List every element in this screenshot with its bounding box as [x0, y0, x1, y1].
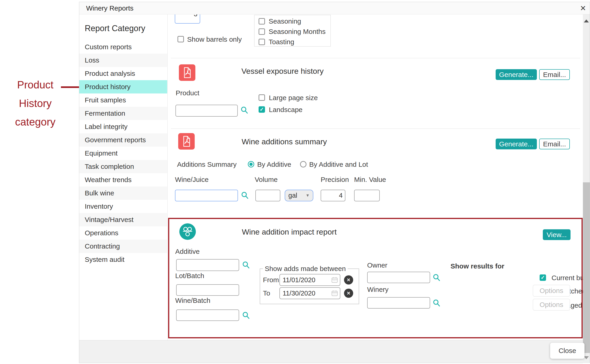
annotation-product-history-category: Product History category — [1, 76, 69, 131]
sidebar-item-bulk-wine[interactable]: Bulk wine — [79, 187, 167, 200]
additions-email-button[interactable]: Email... — [539, 139, 570, 149]
scroll-down-arrow-icon[interactable] — [584, 356, 589, 359]
current-bulk-wine-checkbox[interactable]: ✓ — [540, 274, 546, 281]
to-date-field — [279, 287, 340, 299]
packaged-options-button[interactable]: Options — [533, 299, 570, 311]
sidebar-item-custom-reports[interactable]: Custom reports — [79, 40, 167, 54]
sidebar-item-government-reports[interactable]: Government reports — [79, 133, 167, 147]
dialog-footer — [79, 340, 590, 363]
section-divider — [171, 58, 580, 58]
by-additive-label: By Additive — [257, 161, 291, 168]
wine-batch-input[interactable] — [176, 310, 239, 321]
show-barrels-checkbox[interactable] — [177, 36, 184, 42]
sidebar-item-fruit-samples[interactable]: Fruit samples — [79, 93, 167, 107]
precision-input[interactable] — [321, 190, 345, 201]
additive-cluster-glyph — [179, 223, 196, 240]
sidebar-item-loss[interactable]: Loss — [79, 54, 167, 67]
wine-batch-search-icon[interactable] — [242, 311, 250, 319]
winery-reports-dialog: Winery Reports ✕ Report Category Custom … — [79, 2, 590, 363]
pdf-report-icon — [178, 133, 195, 150]
sidebar-item-contracting[interactable]: Contracting — [79, 240, 167, 253]
sidebar-item-operations[interactable]: Operations — [79, 226, 167, 240]
owner-search-icon[interactable] — [432, 273, 441, 282]
from-date-row: From ✕ — [263, 274, 356, 286]
seasoning-checkbox[interactable] — [259, 18, 265, 25]
impact-view-button[interactable]: View... — [543, 229, 571, 240]
reports-scroll-area: Show barrels only Seasoning Seasoning Mo… — [168, 14, 583, 341]
date-range-legend: Show adds made between — [263, 265, 348, 273]
product-search-input[interactable] — [175, 105, 238, 117]
wine-juice-search-input[interactable] — [175, 190, 238, 201]
option-row-seasoning: Seasoning — [254, 16, 331, 26]
pdf-document-glyph — [178, 133, 195, 150]
vessel-exposure-title: Vessel exposure history — [241, 67, 324, 76]
sidebar-item-task-completion[interactable]: Task completion — [79, 160, 167, 173]
current-bulk-wine-label: Current bulk wine — [551, 274, 583, 282]
sidebar-item-inventory[interactable]: Inventory — [79, 200, 167, 213]
toasting-label: Toasting — [269, 38, 294, 46]
large-page-size-checkbox[interactable] — [259, 94, 265, 101]
sidebar-item-system-audit[interactable]: System audit — [79, 253, 167, 266]
sidebar-item-vintage-harvest[interactable]: Vintage/Harvest — [79, 213, 167, 226]
volume-input[interactable] — [255, 190, 280, 201]
vessel-generate-button[interactable]: Generate... — [496, 69, 537, 80]
min-value-input[interactable] — [354, 190, 380, 201]
additive-search-input[interactable] — [176, 259, 239, 271]
by-additive-radio[interactable] — [248, 161, 254, 168]
additive-label: Additive — [175, 248, 200, 255]
barrel-options-listbox: Seasoning Seasoning Months Toasting — [254, 15, 331, 46]
clear-from-date-button[interactable]: ✕ — [344, 275, 353, 285]
to-date-input[interactable] — [282, 289, 331, 297]
dialog-titlebar: Winery Reports ✕ — [79, 2, 590, 14]
scrollbar-thumb[interactable] — [583, 182, 590, 353]
annotation-line-2: History — [1, 94, 69, 113]
from-date-input[interactable] — [282, 276, 331, 284]
by-additive-and-lot-radio[interactable] — [300, 161, 306, 168]
to-date-row: To ✕ — [263, 287, 356, 299]
check-icon: ✓ — [541, 275, 545, 280]
scroll-up-arrow-icon[interactable] — [584, 20, 589, 22]
impact-report-title: Wine addition impact report — [242, 228, 337, 236]
vertical-scrollbar[interactable] — [583, 14, 590, 363]
additive-search-icon[interactable] — [242, 261, 250, 269]
section-divider — [171, 129, 580, 129]
from-date-field — [279, 274, 340, 286]
close-icon[interactable]: ✕ — [580, 5, 586, 12]
landscape-label: Landscape — [269, 106, 303, 114]
annotation-line-3: category — [1, 113, 69, 131]
vessel-email-button[interactable]: Email... — [539, 69, 570, 80]
sidebar-item-weather-trends[interactable]: Weather trends — [79, 173, 167, 187]
seasoning-months-label: Seasoning Months — [269, 28, 326, 35]
sidebar-item-fermentation[interactable]: Fermentation — [79, 107, 167, 120]
volume-unit-dropdown[interactable]: gal ▼ — [285, 190, 313, 201]
seasoning-months-checkbox[interactable] — [259, 28, 265, 35]
sidebar-item-equipment[interactable]: Equipment — [79, 147, 167, 160]
sidebar-heading: Report Category — [85, 24, 145, 33]
show-results-heading: Show results for — [451, 262, 504, 270]
additions-generate-button[interactable]: Generate... — [496, 139, 537, 149]
large-page-size-label: Large page size — [269, 94, 318, 102]
by-additive-and-lot-label: By Additive and Lot — [309, 161, 368, 168]
sidebar-item-label-integrity[interactable]: Label integrity — [79, 120, 167, 133]
wine-juice-search-icon[interactable] — [241, 191, 249, 200]
winery-search-input[interactable] — [367, 297, 430, 309]
from-label: From — [263, 276, 279, 284]
product-search-icon[interactable] — [240, 106, 248, 114]
calendar-icon[interactable] — [331, 290, 338, 297]
date-range-group: Show adds made between From ✕ To ✕ — [260, 265, 359, 304]
toasting-checkbox[interactable] — [259, 39, 265, 45]
close-button[interactable]: Close — [550, 343, 584, 359]
landscape-checkbox[interactable]: ✓ — [259, 106, 265, 113]
sidebar-item-product-history[interactable]: Product history — [79, 80, 167, 93]
option-row-seasoning-months: Seasoning Months — [254, 26, 331, 37]
lot-batch-input[interactable] — [176, 284, 239, 296]
clear-to-date-button[interactable]: ✕ — [344, 289, 353, 298]
barrel-count-input[interactable] — [175, 14, 200, 24]
min-value-label: Min. Value — [354, 176, 386, 183]
calendar-icon[interactable] — [331, 277, 338, 283]
additions-summary-label: Additions Summary — [177, 161, 237, 168]
owner-search-input[interactable] — [367, 272, 430, 283]
dispatched-options-button[interactable]: Options — [533, 285, 570, 297]
sidebar-item-product-analysis[interactable]: Product analysis — [79, 67, 167, 80]
winery-search-icon[interactable] — [432, 299, 441, 307]
